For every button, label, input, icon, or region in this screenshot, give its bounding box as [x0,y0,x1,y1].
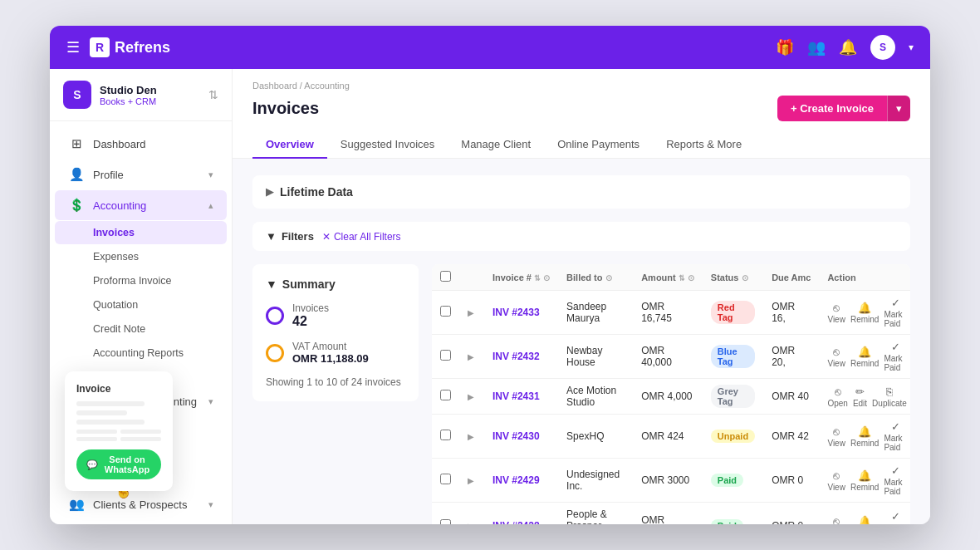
tab-reports-more[interactable]: Reports & More [653,131,755,159]
invoice-link[interactable]: INV #2430 [492,430,540,442]
row-expand-cell: ▶ [459,335,484,379]
view-action-btn[interactable]: ⎋View [827,469,845,492]
remind-action-btn[interactable]: 🔔Remind [850,425,879,448]
sidebar-sub-invoices[interactable]: Invoices [55,221,227,244]
sidebar-sub-accounting-reports[interactable]: Accounting Reports [55,341,227,365]
vat-value: OMR 11,188.09 [292,352,369,365]
action-btns: ⎋View 🔔Remind ✓Mark Paid ··· [827,464,910,496]
dashboard-icon: ⊞ [68,136,85,151]
mark-paid-action-btn[interactable]: ✓Mark Paid [884,464,906,496]
view-action-btn[interactable]: ⎋View [827,302,845,324]
sidebar-item-clients-prospects[interactable]: 👥 Clients & Prospects ▾ [55,489,227,519]
invoice-link[interactable]: INV #2432 [492,351,540,362]
whatsapp-send-button[interactable]: 💬 Send on WhatsApp [76,449,161,479]
summary-card: ▼ Summary Invoices 42 [252,264,419,401]
tab-online-payments[interactable]: Online Payments [544,131,653,159]
th-amount: Amount ⇅ ⊙ [633,264,703,291]
row-checkbox[interactable] [440,430,451,440]
expand-arrow-icon[interactable]: ▶ [468,308,474,317]
team-icon[interactable]: 👥 [807,38,826,56]
row-checkbox[interactable] [440,306,451,317]
select-all-checkbox[interactable] [440,271,451,282]
open-action-btn[interactable]: ⎋Open [827,385,847,408]
tab-overview[interactable]: Overview [252,131,327,159]
bell-icon[interactable]: 🔔 [839,38,857,56]
invoice-link[interactable]: INV #2428 [492,520,540,524]
expand-arrow-icon[interactable]: ▶ [468,432,474,441]
invoice-sort-icon[interactable]: ⇅ [534,274,541,282]
tab-suggested-invoices[interactable]: Suggested Invoices [327,131,448,159]
remind-action-btn[interactable]: 🔔Remind [850,469,879,492]
status-badge: Unpaid [711,430,755,443]
row-actions: ⎋View 🔔Remind ✓Mark Paid ··· [819,503,910,525]
invoices-count: 42 [292,314,329,329]
view-action-btn[interactable]: ⎋View [827,515,845,525]
nav-icons: 🎁 👥 🔔 S ▾ [776,35,914,60]
row-checkbox[interactable] [440,390,451,400]
tab-manage-client[interactable]: Manage Client [448,131,544,159]
row-checkbox-cell [432,335,459,379]
invoice-filter-icon[interactable]: ⊙ [543,273,550,282]
row-status: Paid [703,503,763,525]
row-billed-to: Newbay House [558,335,633,379]
hamburger-icon[interactable]: ☰ [66,38,80,56]
user-avatar[interactable]: S [870,35,895,60]
workspace-selector[interactable]: S Studio Den Books + CRM ⇅ [50,69,232,121]
sidebar-dashboard-label: Dashboard [93,138,213,150]
create-btn-group: + Create Invoice ▾ [777,96,910,121]
row-checkbox-cell [432,503,459,525]
remind-action-btn[interactable]: 🔔Remind [850,302,879,324]
row-status: Blue Tag [703,335,763,379]
amount-sort-icon[interactable]: ⇅ [679,274,685,282]
invoice-table-wrapper: Invoice # ⇅ ⊙ Billed to ⊙ [432,264,910,524]
th-action: Action [819,264,910,291]
expand-arrow-icon[interactable]: ▶ [468,522,474,524]
user-dropdown-icon[interactable]: ▾ [909,42,914,53]
th-billed-to: Billed to ⊙ [558,264,633,291]
sidebar-item-accounting[interactable]: 💲 Accounting ▴ [55,190,227,220]
mark-paid-action-btn[interactable]: ✓Mark Paid [884,341,906,372]
invoice-link[interactable]: INV #2429 [492,474,540,486]
row-checkbox[interactable] [440,474,451,484]
row-checkbox[interactable] [440,519,451,524]
expand-arrow-icon[interactable]: ▶ [468,392,474,401]
gift-icon[interactable]: 🎁 [776,38,794,56]
vat-info: VAT Amount OMR 11,188.09 [292,341,369,365]
remind-action-btn[interactable]: 🔔Remind [850,515,879,525]
edit-action-btn[interactable]: ✏Edit [853,385,867,408]
mark-paid-action-btn[interactable]: ✓Mark Paid [884,297,906,328]
row-expand-cell: ▶ [459,503,484,525]
sidebar-item-manage-team[interactable]: 🏢 Manage Team ▾ [55,520,227,524]
summary-table-row: ▼ Summary Invoices 42 [252,264,910,524]
view-action-btn[interactable]: ⎋View [827,425,845,448]
workspace-avatar: S [63,81,91,109]
expand-arrow-icon[interactable]: ▶ [468,476,474,485]
table-row: ▶ INV #2432 Newbay House OMR 40,000 Blue… [432,335,910,379]
sidebar-sub-credit-note[interactable]: Credit Note [55,317,227,341]
sidebar-sub-expenses[interactable]: Expenses [55,245,227,268]
status-filter-icon[interactable]: ⊙ [742,273,748,282]
create-invoice-dropdown-button[interactable]: ▾ [887,96,910,121]
row-checkbox[interactable] [440,350,451,361]
lifetime-chevron-icon: ▶ [266,186,273,198]
sidebar-item-dashboard[interactable]: ⊞ Dashboard [55,129,227,159]
mark-paid-action-btn[interactable]: ✓Mark Paid [884,510,906,524]
create-invoice-button[interactable]: + Create Invoice [777,96,887,121]
billed-filter-icon[interactable]: ⊙ [605,273,612,282]
invoice-link[interactable]: INV #2433 [492,307,540,318]
row-amount: OMR 4,000 [633,379,703,415]
sidebar-item-profile[interactable]: 👤 Profile ▾ [55,160,227,189]
invoice-link[interactable]: INV #2431 [492,390,540,402]
row-checkbox-cell [432,459,459,503]
sidebar-sub-proforma[interactable]: Proforma Invoice [55,269,227,292]
amount-filter-icon[interactable]: ⊙ [688,273,694,282]
duplicate-action-btn[interactable]: ⎘Duplicate [872,385,907,408]
remind-action-btn[interactable]: 🔔Remind [850,346,879,368]
sidebar-sub-quotation[interactable]: Quotation [55,293,227,317]
clear-filters-button[interactable]: ✕ Clear All Filters [322,231,401,243]
view-action-btn[interactable]: ⎋View [827,346,845,368]
credit-note-sub-label: Credit Note [93,323,145,335]
lifetime-data-section[interactable]: ▶ Lifetime Data [252,175,910,209]
mark-paid-action-btn[interactable]: ✓Mark Paid [884,420,906,452]
expand-arrow-icon[interactable]: ▶ [468,352,474,361]
